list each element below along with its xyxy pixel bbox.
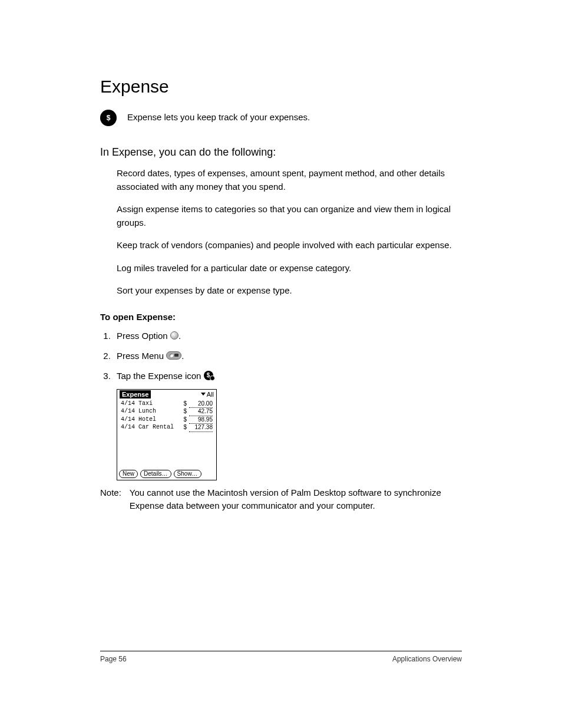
note-label: Note: xyxy=(100,486,121,513)
palm-screenshot: Expense All 4/14 Taxi $20.00 4/14 Lunch … xyxy=(117,389,217,480)
palm-app-title: Expense xyxy=(120,390,151,398)
page-title: Expense xyxy=(100,77,462,97)
section-heading: In Expense, you can do the following: xyxy=(100,146,462,159)
step-text: Tap the Expense icon xyxy=(117,371,204,381)
row-desc: Hotel xyxy=(138,416,156,423)
step-item: Tap the Expense icon . xyxy=(113,369,462,383)
footer-section-name: Applications Overview xyxy=(392,655,462,663)
svg-text:$: $ xyxy=(107,114,111,122)
feature-item: Log miles traveled for a particular date… xyxy=(117,262,462,275)
document-page: Expense $ Expense lets you keep track of… xyxy=(0,0,562,728)
step-text: . xyxy=(181,351,184,361)
palm-list: 4/14 Taxi $20.00 4/14 Lunch $42.75 4/14 … xyxy=(117,399,216,468)
palm-category-picker[interactable]: All xyxy=(201,391,214,398)
row-currency: $ xyxy=(183,408,187,416)
step-item: Press Menu . xyxy=(113,349,462,363)
palm-category-label: All xyxy=(207,391,214,398)
step-text: Press Option xyxy=(117,331,170,341)
expense-row[interactable]: 4/14 Car Rental $127.38 xyxy=(121,424,213,432)
note-text: You cannot use the Macintosh version of … xyxy=(130,486,462,513)
row-currency: $ xyxy=(183,400,187,409)
feature-item: Sort your expenses by date or expense ty… xyxy=(117,284,462,298)
expense-app-icon: $ xyxy=(100,110,117,126)
feature-item: Assign expense items to categories so th… xyxy=(117,203,462,229)
new-button[interactable]: New xyxy=(119,470,138,478)
expense-icon xyxy=(204,371,213,380)
note-block: Note: You cannot use the Macintosh versi… xyxy=(100,486,462,513)
show-button[interactable]: Show… xyxy=(174,470,201,478)
intro-row: $ Expense lets you keep track of your ex… xyxy=(100,110,462,126)
palm-button-bar: New Details… Show… xyxy=(117,468,216,480)
expense-row[interactable]: 4/14 Taxi $20.00 xyxy=(121,400,213,409)
row-desc: Car Rental xyxy=(138,424,174,430)
row-amount: 20.00 xyxy=(189,400,213,409)
page-footer: Page 56 Applications Overview xyxy=(100,651,462,663)
row-desc: Taxi xyxy=(138,400,153,407)
row-desc: Lunch xyxy=(138,408,156,414)
procedure-heading: To open Expense: xyxy=(100,312,462,322)
step-text: . xyxy=(178,331,181,341)
step-item: Press Option . xyxy=(113,329,462,343)
row-date: 4/14 xyxy=(121,416,135,423)
expense-row[interactable]: 4/14 Hotel $98.95 xyxy=(121,416,213,424)
palm-header: Expense All xyxy=(117,390,216,399)
feature-item: Keep track of vendors (companies) and pe… xyxy=(117,239,462,252)
option-key-icon xyxy=(170,331,178,340)
step-text: Press Menu xyxy=(117,351,166,361)
details-button[interactable]: Details… xyxy=(140,470,171,478)
row-currency: $ xyxy=(183,424,187,432)
intro-text: Expense lets you keep track of your expe… xyxy=(127,110,310,124)
footer-page-number: Page 56 xyxy=(100,655,127,663)
menu-key-icon xyxy=(166,351,181,360)
dropdown-icon xyxy=(201,393,206,396)
row-date: 4/14 xyxy=(121,424,135,430)
row-date: 4/14 xyxy=(121,408,135,414)
feature-list: Record dates, types of expenses, amount … xyxy=(100,167,462,298)
row-amount: 42.75 xyxy=(189,408,213,416)
row-amount: 98.95 xyxy=(189,416,213,424)
expense-row[interactable]: 4/14 Lunch $42.75 xyxy=(121,408,213,416)
feature-item: Record dates, types of expenses, amount … xyxy=(117,167,462,193)
step-list: Press Option . Press Menu . Tap the Expe… xyxy=(100,329,462,383)
row-amount: 127.38 xyxy=(189,424,213,432)
row-date: 4/14 xyxy=(121,400,135,407)
row-currency: $ xyxy=(183,416,187,424)
